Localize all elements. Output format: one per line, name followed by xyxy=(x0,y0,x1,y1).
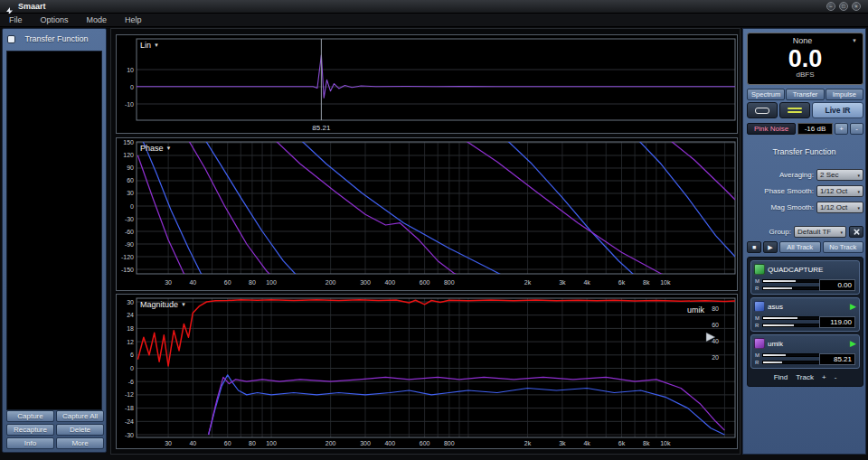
ir-scale-dropdown[interactable]: Lin ▼ xyxy=(140,41,159,50)
mag-smooth-dropdown[interactable]: 1/12 Oct ▾ xyxy=(816,202,863,213)
no-track-button[interactable]: No Track xyxy=(823,241,864,253)
group-dropdown[interactable]: Default TF ▾ xyxy=(794,226,846,238)
menubar: File Options Mode Help xyxy=(0,14,868,27)
ir-plot-svg[interactable]: 100-1085.21 xyxy=(117,35,737,133)
device-quadcapture[interactable]: QUADCAPTURE ▶ M R 0.00 xyxy=(750,260,860,295)
meter-m xyxy=(762,279,820,283)
svg-text:-6: -6 xyxy=(128,379,134,385)
svg-text:80: 80 xyxy=(249,440,256,446)
device-name: asus xyxy=(768,303,847,311)
transfer-view-icon xyxy=(788,108,802,109)
info-button[interactable]: Info xyxy=(6,437,54,449)
control-panel: None ▼ 0.0 dBFS Spectrum Transfer Impuls… xyxy=(742,28,866,455)
capture-all-button[interactable]: Capture All xyxy=(56,410,104,422)
svg-text:200: 200 xyxy=(326,279,336,286)
track-button[interactable]: Track xyxy=(796,373,814,381)
magnitude-plot[interactable]: Magnitude ▼ 3024181260-6-12-18-24-303040… xyxy=(116,294,738,449)
all-track-button[interactable]: All Track xyxy=(779,241,821,253)
app-title: Smaart xyxy=(18,2,46,11)
svg-text:30: 30 xyxy=(165,279,172,286)
svg-text:60: 60 xyxy=(224,440,231,446)
magnitude-plot-svg[interactable]: 3024181260-6-12-18-24-303040608010020030… xyxy=(117,295,737,448)
graph-type-transfer-button[interactable] xyxy=(779,102,810,118)
phase-plot-svg[interactable]: 1501209060300-30-60-90-120-1503040608010… xyxy=(117,138,737,290)
menu-options[interactable]: Options xyxy=(32,14,78,26)
mag-smooth-value: 1/12 Oct xyxy=(820,203,857,211)
generator-level-field[interactable]: -16 dB xyxy=(797,123,833,135)
magnitude-plot-dropdown[interactable]: Magnitude ▼ xyxy=(140,300,186,309)
device-delay-field[interactable]: 119.00 xyxy=(819,316,855,328)
svg-text:0: 0 xyxy=(130,365,134,371)
find-button[interactable]: Find xyxy=(774,373,788,381)
stop-button[interactable]: ■ xyxy=(747,241,761,253)
device-play-icon[interactable]: ▶ xyxy=(850,303,856,311)
remove-device-button[interactable]: - xyxy=(835,373,837,381)
svg-text:90: 90 xyxy=(127,164,134,171)
device-play-icon[interactable]: ▶ xyxy=(850,340,856,348)
menu-help[interactable]: Help xyxy=(116,14,151,26)
device-color-icon[interactable] xyxy=(754,301,765,312)
svg-text:-60: -60 xyxy=(125,229,134,235)
play-button[interactable]: ▶ xyxy=(763,241,778,253)
group-settings-button[interactable] xyxy=(849,226,863,238)
meter-r-label: R xyxy=(755,360,760,365)
delete-button[interactable]: Delete xyxy=(56,424,104,436)
capture-panel: Transfer Function Capture Capture All Re… xyxy=(2,28,107,453)
capture-button[interactable]: Capture xyxy=(6,410,54,422)
svg-text:-10: -10 xyxy=(125,101,134,108)
chevron-down-icon: ▾ xyxy=(857,173,860,178)
menu-mode[interactable]: Mode xyxy=(78,14,117,26)
transport-row: ■ ▶ All Track No Track xyxy=(747,241,863,253)
tab-transfer[interactable]: Transfer xyxy=(786,89,824,100)
recapture-button[interactable]: Recapture xyxy=(6,424,54,436)
more-button[interactable]: More xyxy=(56,437,104,449)
device-delay-field[interactable]: 85.21 xyxy=(819,353,855,365)
phase-plot-dropdown[interactable]: Phase ▼ xyxy=(140,144,171,153)
phase-plot[interactable]: Phase ▼ 1501209060300-30-60-90-120-15030… xyxy=(116,137,738,291)
svg-text:0: 0 xyxy=(130,203,134,210)
svg-text:-12: -12 xyxy=(125,391,134,398)
graph-type-spectrum-button[interactable] xyxy=(747,102,778,118)
level-increase-button[interactable]: + xyxy=(835,123,848,135)
tab-spectrum[interactable]: Spectrum xyxy=(747,89,785,100)
meter-r-label: R xyxy=(755,323,760,328)
phase-smooth-dropdown[interactable]: 1/12 Oct ▾ xyxy=(816,185,863,197)
minimize-button[interactable]: − xyxy=(826,2,835,11)
device-color-icon[interactable] xyxy=(754,264,765,275)
live-ir-button[interactable]: Live IR xyxy=(812,102,863,118)
svg-text:3k: 3k xyxy=(559,440,566,446)
phase-plot-label: Phase xyxy=(140,144,164,153)
svg-text:-18: -18 xyxy=(125,405,134,411)
svg-text:800: 800 xyxy=(444,279,455,286)
device-meters: M R xyxy=(755,314,820,329)
section-title: Transfer Function xyxy=(743,147,865,156)
tab-impulse[interactable]: Impulse xyxy=(826,89,863,100)
device-umik[interactable]: umik ▶ M R 85.21 xyxy=(750,334,860,369)
pink-noise-button[interactable]: Pink Noise xyxy=(747,123,796,135)
averaging-dropdown[interactable]: 2 Sec ▾ xyxy=(816,169,863,181)
menu-file[interactable]: File xyxy=(0,14,32,26)
svg-text:100: 100 xyxy=(266,279,277,286)
level-decrease-button[interactable]: - xyxy=(850,123,863,135)
svg-text:60: 60 xyxy=(127,177,134,183)
device-name: QUADCAPTURE xyxy=(768,266,847,274)
device-color-icon[interactable] xyxy=(754,338,765,349)
maximize-button[interactable]: □ xyxy=(839,2,848,11)
svg-text:0: 0 xyxy=(130,84,134,90)
capture-list[interactable] xyxy=(6,51,102,410)
impulse-response-plot[interactable]: Lin ▼ 100-1085.21 xyxy=(116,34,738,134)
app-logo-icon xyxy=(5,3,14,11)
svg-text:4k: 4k xyxy=(583,440,590,446)
device-delay-field[interactable]: 0.00 xyxy=(819,279,855,291)
device-asus[interactable]: asus ▶ M R 119.00 xyxy=(750,297,860,332)
collapse-panel-icon[interactable] xyxy=(7,35,15,43)
close-button[interactable]: × xyxy=(852,2,861,11)
device-header: QUADCAPTURE ▶ xyxy=(754,263,856,276)
svg-text:600: 600 xyxy=(420,279,430,286)
svg-text:40: 40 xyxy=(189,440,196,446)
svg-text:-90: -90 xyxy=(125,241,134,248)
svg-text:120: 120 xyxy=(123,152,134,158)
group-row: Group: Default TF ▾ xyxy=(747,226,863,238)
svg-text:85.21: 85.21 xyxy=(312,124,331,132)
add-device-button[interactable]: + xyxy=(822,373,826,381)
